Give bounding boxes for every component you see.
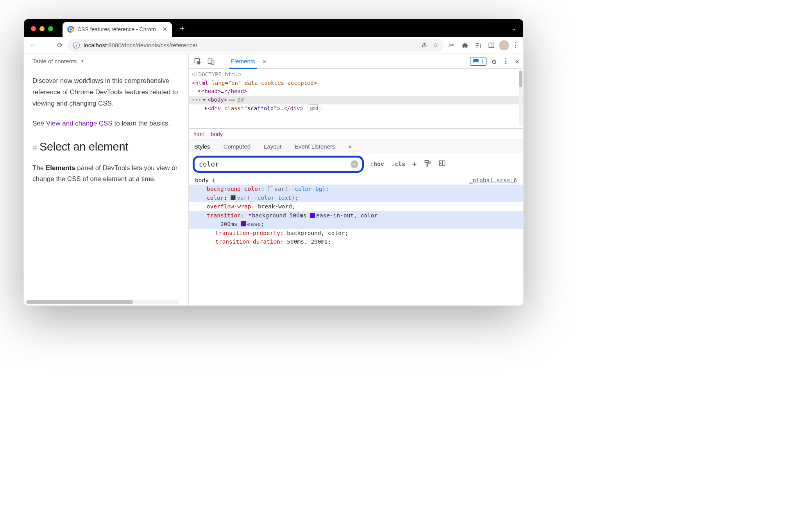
- device-toolbar-icon[interactable]: [206, 56, 216, 66]
- content-area: Table of contents Discover new workflows…: [24, 54, 523, 305]
- subtab-styles[interactable]: Styles: [194, 143, 210, 150]
- subtab-computed[interactable]: Computed: [224, 143, 250, 150]
- svg-rect-7: [427, 164, 427, 166]
- inspect-element-icon[interactable]: [193, 56, 203, 66]
- favicon-icon: [67, 26, 74, 33]
- anchor-hash-icon[interactable]: #: [32, 143, 37, 152]
- rule-selector[interactable]: body {: [195, 176, 215, 185]
- styles-subtabs: Styles Computed Layout Event Listeners »: [189, 140, 523, 153]
- extensions-icon[interactable]: [459, 40, 470, 51]
- more-subtabs-button[interactable]: »: [349, 143, 352, 150]
- close-devtools-button[interactable]: ✕: [515, 57, 519, 65]
- reading-list-icon[interactable]: [472, 40, 483, 51]
- css-declaration[interactable]: color: var(--color-text);: [195, 194, 517, 202]
- bookmark-icon[interactable]: ☆: [433, 42, 438, 49]
- forward-button[interactable]: →: [41, 40, 52, 51]
- webpage-content: Table of contents Discover new workflows…: [24, 54, 189, 305]
- close-tab-button[interactable]: ✕: [162, 25, 167, 33]
- devtools-menu-button[interactable]: [502, 58, 510, 64]
- toggle-hover-button[interactable]: :hov: [370, 161, 384, 168]
- css-sub-declaration[interactable]: transition-property: background, color;: [195, 229, 517, 237]
- back-button[interactable]: ←: [28, 40, 39, 51]
- crumb-html[interactable]: html: [193, 131, 204, 137]
- dom-scrollbar[interactable]: [519, 70, 522, 127]
- table-of-contents-toggle[interactable]: Table of contents: [32, 58, 188, 65]
- tab-elements[interactable]: Elements: [226, 54, 260, 68]
- horizontal-scrollbar[interactable]: [26, 300, 179, 304]
- browser-menu-button[interactable]: [512, 42, 519, 48]
- profile-avatar[interactable]: [499, 40, 509, 50]
- styles-filter-input[interactable]: [196, 159, 351, 170]
- clear-filter-button[interactable]: ✕: [351, 160, 358, 168]
- css-declaration[interactable]: background-color: var(--color-bg);: [195, 185, 517, 193]
- styles-filter-box: ✕: [193, 156, 364, 173]
- tabs-menu-button[interactable]: ⌄: [511, 25, 516, 32]
- share-icon[interactable]: [421, 41, 427, 49]
- styles-filter-bar: ✕ :hov .cls +: [189, 153, 523, 175]
- crumb-body[interactable]: body: [211, 131, 222, 137]
- subtab-layout[interactable]: Layout: [264, 143, 281, 150]
- view-change-css-link[interactable]: View and change CSS: [46, 120, 113, 127]
- address-bar[interactable]: i localhost:8080/docs/devtools/css/refer…: [68, 39, 444, 52]
- new-tab-button[interactable]: +: [180, 23, 185, 34]
- browser-tab[interactable]: CSS features reference - Chrom ✕: [63, 22, 172, 37]
- css-sub-declaration[interactable]: transition-duration: 500ms, 200ms;: [195, 237, 517, 246]
- svg-rect-1: [489, 43, 494, 47]
- see-also-paragraph: See View and change CSS to learn the bas…: [32, 118, 188, 129]
- settings-gear-icon[interactable]: ⚙: [492, 57, 496, 66]
- css-declaration[interactable]: overflow-wrap: break-word;: [195, 202, 517, 211]
- scissors-icon[interactable]: ✂: [446, 40, 457, 51]
- paint-icon[interactable]: [424, 160, 431, 169]
- tab-title: CSS features reference - Chrom: [77, 26, 159, 32]
- close-window-button[interactable]: [31, 26, 36, 31]
- minimize-window-button[interactable]: [39, 26, 45, 31]
- svg-rect-4: [208, 59, 212, 64]
- issues-button[interactable]: 1: [470, 57, 486, 66]
- new-style-rule-button[interactable]: +: [412, 160, 417, 168]
- toggle-classes-button[interactable]: .cls: [391, 161, 405, 168]
- devtools-panel: Elements » 1 ⚙ ✕ <!DOCTYPE html> <html l…: [189, 54, 523, 305]
- browser-toolbar: ← → ⟳ i localhost:8080/docs/devtools/css…: [24, 37, 523, 54]
- intro-paragraph: Discover new workflows in this comprehen…: [32, 75, 188, 109]
- computed-sidebar-icon[interactable]: [438, 160, 446, 169]
- dom-tree[interactable]: <!DOCTYPE html> <html lang="en" data-coo…: [189, 69, 523, 128]
- subtab-event-listeners[interactable]: Event Listeners: [295, 143, 335, 150]
- side-panel-icon[interactable]: [486, 40, 497, 51]
- window-controls: [31, 26, 53, 31]
- source-link[interactable]: _global.scss:6: [469, 176, 517, 185]
- dom-body-element[interactable]: ••• <body> == $0: [189, 96, 523, 104]
- section-paragraph: The Elements panel of DevTools lets you …: [32, 163, 188, 185]
- section-heading: #Select an element: [32, 140, 188, 153]
- devtools-main-tabs: Elements » 1 ⚙ ✕: [189, 54, 523, 69]
- styles-pane[interactable]: body { _global.scss:6 background-color: …: [189, 175, 523, 305]
- browser-window: CSS features reference - Chrom ✕ + ⌄ ← →…: [23, 19, 524, 306]
- reload-button[interactable]: ⟳: [54, 40, 65, 51]
- breadcrumb-trail: html body: [189, 128, 523, 140]
- more-tabs-button[interactable]: »: [263, 57, 267, 65]
- css-declaration[interactable]: transition: background 500ms ease-in-out…: [195, 211, 517, 229]
- tab-strip: CSS features reference - Chrom ✕ + ⌄: [24, 19, 523, 37]
- maximize-window-button[interactable]: [48, 26, 53, 31]
- svg-rect-6: [425, 160, 429, 162]
- grid-badge[interactable]: grid: [307, 104, 322, 113]
- site-info-icon[interactable]: i: [73, 42, 80, 48]
- url-text: localhost:8080/docs/devtools/css/referen…: [84, 42, 197, 48]
